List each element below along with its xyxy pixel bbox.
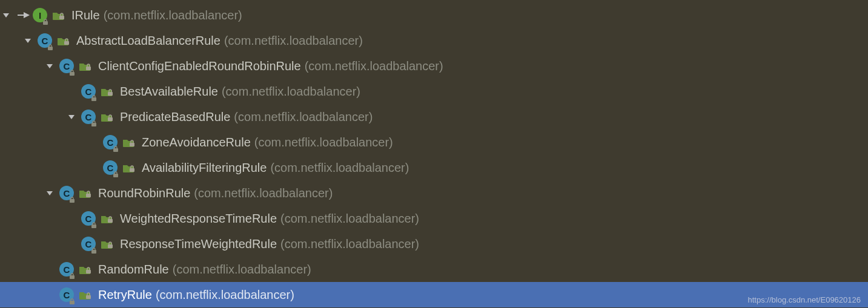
class-name-label: RoundRobinRule <box>98 186 190 200</box>
package-label: (com.netflix.loadbalancer) <box>222 85 360 99</box>
library-folder-icon <box>79 188 92 198</box>
interface-icon: I <box>33 8 47 22</box>
class-icon: C <box>59 59 74 73</box>
package-label: (com.netflix.loadbalancer) <box>224 34 363 48</box>
lock-overlay-icon <box>90 93 98 100</box>
class-icon: C <box>81 211 96 226</box>
lock-overlay-icon <box>42 17 49 24</box>
library-folder-icon <box>101 111 114 122</box>
class-name-label: BestAvailableRule <box>120 85 218 99</box>
class-name-label: RandomRule <box>98 263 169 277</box>
tree-row[interactable]: CAbstractLoadBalancerRule(com.netflix.lo… <box>0 28 868 53</box>
library-folder-icon <box>79 264 92 275</box>
library-folder-icon <box>79 61 92 71</box>
navigate-target-icon <box>16 9 31 21</box>
tree-row[interactable]: CClientConfigEnabledRoundRobinRule(com.n… <box>0 53 868 79</box>
class-icon: C <box>103 135 118 149</box>
class-name-label: ResponseTimeWeightedRule <box>120 237 277 251</box>
library-folder-icon <box>101 86 114 97</box>
lock-overlay-icon <box>68 195 76 202</box>
class-icon: C <box>38 33 52 48</box>
tree-row[interactable]: CAvailabilityFilteringRule(com.netflix.l… <box>0 155 868 180</box>
class-name-label: AvailabilityFilteringRule <box>142 161 267 175</box>
tree-row[interactable]: CBestAvailableRule(com.netflix.loadbalan… <box>0 79 868 104</box>
class-name-label: WeightedResponseTimeRule <box>120 212 277 226</box>
package-label: (com.netflix.loadbalancer) <box>270 161 409 175</box>
class-name-label: PredicateBasedRule <box>120 110 230 124</box>
lock-overlay-icon <box>112 144 119 151</box>
class-icon: C <box>81 110 96 124</box>
class-name-label: IRule <box>71 8 100 22</box>
library-folder-icon <box>122 162 136 173</box>
tree-row[interactable]: CZoneAvoidanceRule(com.netflix.loadbalan… <box>0 129 868 155</box>
lock-overlay-icon <box>68 271 76 278</box>
lock-overlay-icon <box>90 119 98 126</box>
tree-row[interactable]: CPredicateBasedRule(com.netflix.loadbala… <box>0 104 868 129</box>
expand-toggle-icon[interactable] <box>44 187 56 199</box>
expand-toggle-icon[interactable] <box>44 60 56 72</box>
library-folder-icon <box>101 213 114 224</box>
package-label: (com.netflix.loadbalancer) <box>280 237 419 251</box>
tree-row[interactable]: CRandomRule(com.netflix.loadbalancer) <box>0 257 868 282</box>
library-folder-icon <box>79 289 92 300</box>
lock-overlay-icon <box>90 220 98 228</box>
lock-overlay-icon <box>112 169 119 177</box>
class-icon: C <box>59 186 74 200</box>
class-name-label: ClientConfigEnabledRoundRobinRule <box>98 59 301 73</box>
lock-overlay-icon <box>47 42 54 50</box>
lock-overlay-icon <box>68 297 76 304</box>
package-label: (com.netflix.loadbalancer) <box>234 110 373 124</box>
package-label: (com.netflix.loadbalancer) <box>173 263 311 277</box>
tree-row[interactable]: CRetryRule(com.netflix.loadbalancer) <box>0 282 868 307</box>
tree-row[interactable]: CWeightedResponseTimeRule(com.netflix.lo… <box>0 206 868 231</box>
expand-toggle-icon[interactable] <box>0 9 12 21</box>
lock-overlay-icon <box>90 246 98 253</box>
class-icon: C <box>103 160 118 175</box>
class-name-label: AbstractLoadBalancerRule <box>76 34 220 48</box>
package-label: (com.netflix.loadbalancer) <box>156 288 294 302</box>
class-name-label: ZoneAvoidanceRule <box>142 136 251 149</box>
package-label: (com.netflix.loadbalancer) <box>254 136 393 149</box>
class-name-label: RetryRule <box>98 288 152 302</box>
lock-overlay-icon <box>68 68 76 75</box>
library-folder-icon <box>101 238 114 249</box>
package-label: (com.netflix.loadbalancer) <box>280 212 419 226</box>
expand-toggle-icon[interactable] <box>22 34 34 47</box>
library-folder-icon <box>122 137 136 148</box>
class-icon: C <box>59 287 74 302</box>
class-icon: C <box>81 237 96 251</box>
package-label: (com.netflix.loadbalancer) <box>305 59 443 73</box>
tree-row[interactable]: CResponseTimeWeightedRule(com.netflix.lo… <box>0 231 868 257</box>
tree-row[interactable]: IIRule(com.netflix.loadbalancer) <box>0 2 868 28</box>
library-folder-icon <box>57 35 70 46</box>
hierarchy-tree: IIRule(com.netflix.loadbalancer)CAbstrac… <box>0 0 868 307</box>
library-folder-icon <box>52 10 65 21</box>
class-icon: C <box>59 262 74 277</box>
tree-row[interactable]: CRoundRobinRule(com.netflix.loadbalancer… <box>0 180 868 206</box>
expand-toggle-icon[interactable] <box>65 111 78 123</box>
package-label: (com.netflix.loadbalancer) <box>104 8 242 22</box>
package-label: (com.netflix.loadbalancer) <box>194 186 333 200</box>
class-icon: C <box>81 84 96 99</box>
